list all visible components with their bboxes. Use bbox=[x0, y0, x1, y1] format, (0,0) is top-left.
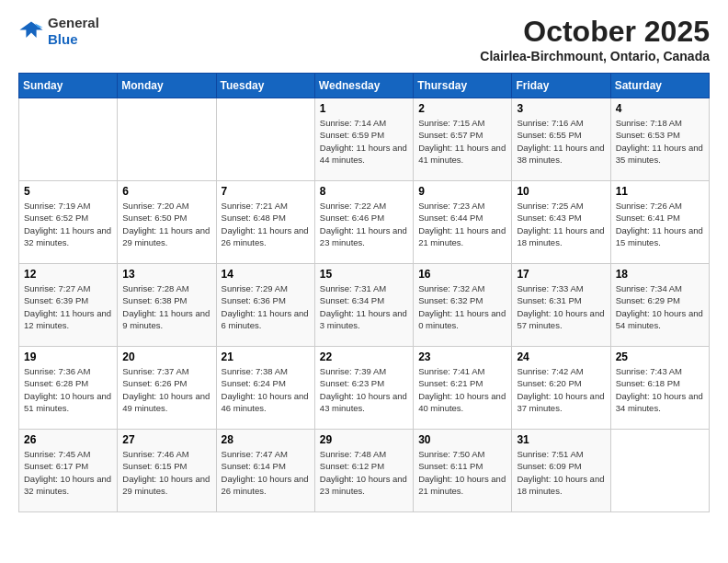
day-info: Sunrise: 7:15 AM Sunset: 6:57 PM Dayligh… bbox=[418, 117, 506, 166]
day-cell: 25Sunrise: 7:43 AM Sunset: 6:18 PM Dayli… bbox=[610, 347, 709, 430]
week-row-1: 1Sunrise: 7:14 AM Sunset: 6:59 PM Daylig… bbox=[19, 98, 710, 181]
day-number: 13 bbox=[122, 268, 210, 281]
day-cell: 31Sunrise: 7:51 AM Sunset: 6:09 PM Dayli… bbox=[512, 430, 610, 512]
day-info: Sunrise: 7:29 AM Sunset: 6:36 PM Dayligh… bbox=[222, 282, 310, 331]
day-info: Sunrise: 7:39 AM Sunset: 6:23 PM Dayligh… bbox=[320, 365, 408, 414]
day-cell: 4Sunrise: 7:18 AM Sunset: 6:53 PM Daylig… bbox=[610, 98, 709, 181]
day-cell bbox=[19, 98, 118, 181]
day-cell: 9Sunrise: 7:23 AM Sunset: 6:44 PM Daylig… bbox=[414, 181, 512, 264]
day-cell: 8Sunrise: 7:22 AM Sunset: 6:46 PM Daylig… bbox=[314, 181, 413, 264]
day-info: Sunrise: 7:34 AM Sunset: 6:29 PM Dayligh… bbox=[616, 282, 704, 331]
day-cell: 20Sunrise: 7:37 AM Sunset: 6:26 PM Dayli… bbox=[118, 347, 216, 430]
day-number: 15 bbox=[320, 268, 408, 281]
day-info: Sunrise: 7:46 AM Sunset: 6:15 PM Dayligh… bbox=[122, 448, 210, 497]
day-cell: 5Sunrise: 7:19 AM Sunset: 6:52 PM Daylig… bbox=[19, 181, 118, 264]
day-info: Sunrise: 7:41 AM Sunset: 6:21 PM Dayligh… bbox=[418, 365, 506, 414]
header-friday: Friday bbox=[512, 74, 610, 98]
day-number: 8 bbox=[320, 185, 408, 198]
logo-icon bbox=[18, 18, 44, 44]
day-number: 25 bbox=[616, 350, 704, 363]
week-row-2: 5Sunrise: 7:19 AM Sunset: 6:52 PM Daylig… bbox=[19, 181, 710, 264]
day-cell bbox=[610, 430, 709, 512]
logo-general: General bbox=[48, 15, 99, 30]
day-cell bbox=[118, 98, 216, 181]
day-number: 12 bbox=[24, 268, 112, 281]
day-info: Sunrise: 7:32 AM Sunset: 6:32 PM Dayligh… bbox=[418, 282, 506, 331]
location-title: Clairlea-Birchmount, Ontario, Canada bbox=[480, 49, 710, 63]
day-number: 2 bbox=[418, 102, 506, 115]
title-block: October 2025 Clairlea-Birchmount, Ontari… bbox=[480, 15, 710, 63]
logo: General Blue bbox=[18, 15, 99, 48]
header-wednesday: Wednesday bbox=[314, 74, 413, 98]
header-tuesday: Tuesday bbox=[216, 74, 314, 98]
day-number: 9 bbox=[418, 185, 506, 198]
calendar-header-row: SundayMondayTuesdayWednesdayThursdayFrid… bbox=[19, 74, 710, 98]
day-cell: 22Sunrise: 7:39 AM Sunset: 6:23 PM Dayli… bbox=[314, 347, 413, 430]
day-info: Sunrise: 7:21 AM Sunset: 6:48 PM Dayligh… bbox=[222, 200, 310, 248]
day-cell: 11Sunrise: 7:26 AM Sunset: 6:41 PM Dayli… bbox=[610, 181, 709, 264]
day-info: Sunrise: 7:51 AM Sunset: 6:09 PM Dayligh… bbox=[517, 448, 605, 497]
week-row-5: 26Sunrise: 7:45 AM Sunset: 6:17 PM Dayli… bbox=[19, 430, 710, 512]
day-cell: 2Sunrise: 7:15 AM Sunset: 6:57 PM Daylig… bbox=[414, 98, 512, 181]
day-cell: 28Sunrise: 7:47 AM Sunset: 6:14 PM Dayli… bbox=[216, 430, 314, 512]
day-number: 21 bbox=[222, 350, 310, 363]
header-saturday: Saturday bbox=[610, 74, 709, 98]
day-cell: 17Sunrise: 7:33 AM Sunset: 6:31 PM Dayli… bbox=[512, 264, 610, 347]
day-info: Sunrise: 7:23 AM Sunset: 6:44 PM Dayligh… bbox=[418, 200, 506, 248]
day-cell: 14Sunrise: 7:29 AM Sunset: 6:36 PM Dayli… bbox=[216, 264, 314, 347]
day-cell: 1Sunrise: 7:14 AM Sunset: 6:59 PM Daylig… bbox=[314, 98, 413, 181]
day-info: Sunrise: 7:43 AM Sunset: 6:18 PM Dayligh… bbox=[616, 365, 704, 414]
week-row-3: 12Sunrise: 7:27 AM Sunset: 6:39 PM Dayli… bbox=[19, 264, 710, 347]
day-number: 6 bbox=[122, 185, 210, 198]
day-cell: 21Sunrise: 7:38 AM Sunset: 6:24 PM Dayli… bbox=[216, 347, 314, 430]
day-cell: 19Sunrise: 7:36 AM Sunset: 6:28 PM Dayli… bbox=[19, 347, 118, 430]
day-number: 11 bbox=[616, 185, 704, 198]
day-info: Sunrise: 7:25 AM Sunset: 6:43 PM Dayligh… bbox=[517, 200, 605, 248]
day-cell: 13Sunrise: 7:28 AM Sunset: 6:38 PM Dayli… bbox=[118, 264, 216, 347]
day-number: 26 bbox=[24, 433, 112, 446]
day-info: Sunrise: 7:16 AM Sunset: 6:55 PM Dayligh… bbox=[517, 117, 605, 166]
day-info: Sunrise: 7:33 AM Sunset: 6:31 PM Dayligh… bbox=[517, 282, 605, 331]
day-number: 29 bbox=[320, 433, 408, 446]
day-number: 3 bbox=[517, 102, 605, 115]
day-cell: 7Sunrise: 7:21 AM Sunset: 6:48 PM Daylig… bbox=[216, 181, 314, 264]
day-number: 31 bbox=[517, 433, 605, 446]
day-cell: 27Sunrise: 7:46 AM Sunset: 6:15 PM Dayli… bbox=[118, 430, 216, 512]
logo-text: General Blue bbox=[48, 15, 99, 48]
day-cell: 26Sunrise: 7:45 AM Sunset: 6:17 PM Dayli… bbox=[19, 430, 118, 512]
day-number: 24 bbox=[517, 350, 605, 363]
week-row-4: 19Sunrise: 7:36 AM Sunset: 6:28 PM Dayli… bbox=[19, 347, 710, 430]
day-info: Sunrise: 7:31 AM Sunset: 6:34 PM Dayligh… bbox=[320, 282, 408, 331]
svg-marker-0 bbox=[19, 22, 42, 39]
day-number: 30 bbox=[418, 433, 506, 446]
day-info: Sunrise: 7:28 AM Sunset: 6:38 PM Dayligh… bbox=[122, 282, 210, 331]
day-cell: 29Sunrise: 7:48 AM Sunset: 6:12 PM Dayli… bbox=[314, 430, 413, 512]
day-number: 18 bbox=[616, 268, 704, 281]
day-info: Sunrise: 7:45 AM Sunset: 6:17 PM Dayligh… bbox=[24, 448, 112, 497]
day-number: 16 bbox=[418, 268, 506, 281]
header-sunday: Sunday bbox=[19, 74, 118, 98]
day-info: Sunrise: 7:19 AM Sunset: 6:52 PM Dayligh… bbox=[24, 200, 112, 248]
day-info: Sunrise: 7:27 AM Sunset: 6:39 PM Dayligh… bbox=[24, 282, 112, 331]
day-cell: 24Sunrise: 7:42 AM Sunset: 6:20 PM Dayli… bbox=[512, 347, 610, 430]
calendar-body: 1Sunrise: 7:14 AM Sunset: 6:59 PM Daylig… bbox=[19, 98, 710, 512]
day-cell: 30Sunrise: 7:50 AM Sunset: 6:11 PM Dayli… bbox=[414, 430, 512, 512]
day-cell: 10Sunrise: 7:25 AM Sunset: 6:43 PM Dayli… bbox=[512, 181, 610, 264]
day-number: 22 bbox=[320, 350, 408, 363]
day-info: Sunrise: 7:22 AM Sunset: 6:46 PM Dayligh… bbox=[320, 200, 408, 248]
page-header: General Blue October 2025 Clairlea-Birch… bbox=[18, 15, 710, 63]
day-number: 27 bbox=[122, 433, 210, 446]
day-cell: 3Sunrise: 7:16 AM Sunset: 6:55 PM Daylig… bbox=[512, 98, 610, 181]
calendar-table: SundayMondayTuesdayWednesdayThursdayFrid… bbox=[18, 73, 710, 512]
day-number: 1 bbox=[320, 102, 408, 115]
day-info: Sunrise: 7:26 AM Sunset: 6:41 PM Dayligh… bbox=[616, 200, 704, 248]
day-number: 14 bbox=[222, 268, 310, 281]
header-thursday: Thursday bbox=[414, 74, 512, 98]
day-cell: 23Sunrise: 7:41 AM Sunset: 6:21 PM Dayli… bbox=[414, 347, 512, 430]
day-number: 5 bbox=[24, 185, 112, 198]
day-cell: 6Sunrise: 7:20 AM Sunset: 6:50 PM Daylig… bbox=[118, 181, 216, 264]
day-cell bbox=[216, 98, 314, 181]
day-info: Sunrise: 7:20 AM Sunset: 6:50 PM Dayligh… bbox=[122, 200, 210, 248]
day-info: Sunrise: 7:37 AM Sunset: 6:26 PM Dayligh… bbox=[122, 365, 210, 414]
day-cell: 12Sunrise: 7:27 AM Sunset: 6:39 PM Dayli… bbox=[19, 264, 118, 347]
